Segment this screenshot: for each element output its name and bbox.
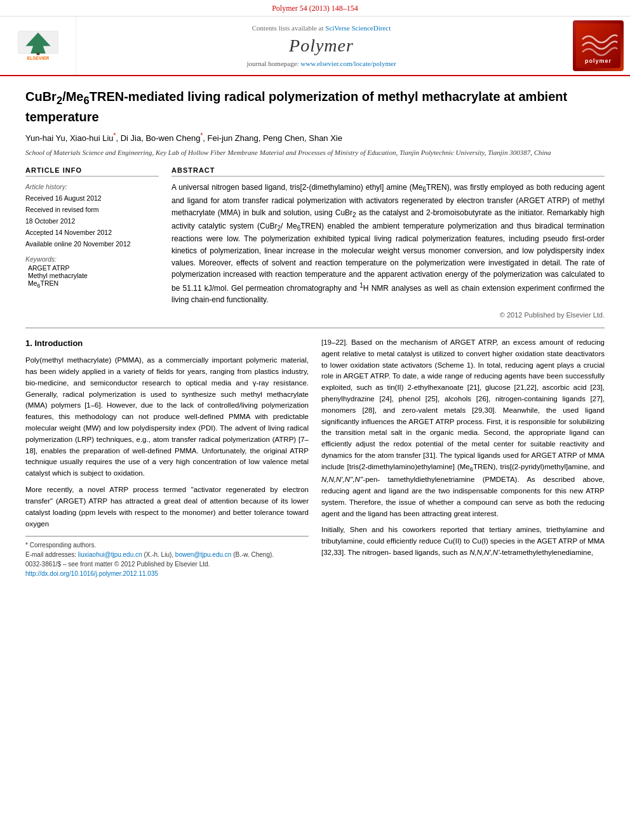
keywords-section: Keywords: ARGET ATRP Methyl methacrylate… [25, 255, 159, 289]
article-info-abstract: ARTICLE INFO Article history: Received 1… [25, 166, 605, 319]
article-info-col: ARTICLE INFO Article history: Received 1… [25, 166, 159, 319]
svg-text:polymer: polymer [585, 58, 612, 64]
footnote-section: * Corresponding authors. E-mail addresse… [25, 536, 309, 578]
email2-person: (B.-w. Cheng). [233, 551, 274, 558]
introduction-title: 1. Introduction [25, 337, 309, 350]
accepted-row: Accepted 14 November 2012 [25, 227, 159, 237]
abstract-header: ABSTRACT [171, 166, 605, 177]
footnote-doi: http://dx.doi.org/10.1016/j.polymer.2012… [25, 569, 309, 578]
article-title: CuBr2/Me6TREN-mediated living radical po… [25, 88, 605, 126]
accepted-date: Accepted 14 November 2012 [25, 229, 112, 236]
intro-para-4: Initially, Shen and his coworkers report… [321, 524, 605, 558]
abstract-col: ABSTRACT A universal nitrogen based liga… [171, 166, 605, 319]
polymer-logo-box: polymer [573, 20, 624, 71]
received-date: Received 16 August 2012 [25, 194, 102, 202]
issn-text: 0032-3861/$ – see front matter © 2012 Pu… [25, 561, 210, 568]
svg-rect-3 [36, 52, 39, 55]
email2-link[interactable]: bowen@tjpu.edu.cn [175, 551, 232, 558]
intro-para-3: [19–22]. Based on the mechanism of ARGET… [321, 337, 605, 519]
footnote-issn: 0032-3861/$ – see front matter © 2012 Pu… [25, 559, 309, 569]
journal-title-area: Contents lists available at SciVerse Sci… [76, 17, 566, 75]
keyword-3: Me6TREN [28, 279, 159, 289]
svg-text:ELSEVIER: ELSEVIER [27, 55, 49, 60]
corresponding-label: * Corresponding authors. [25, 542, 96, 549]
affiliation: School of Materials Science and Engineer… [25, 147, 605, 158]
revised-row: Received in revised form [25, 204, 159, 215]
article-info-header: ARTICLE INFO [25, 166, 159, 177]
revised-label: Received in revised form [25, 206, 99, 213]
body-col-left: 1. Introduction Poly(methyl methacrylate… [25, 337, 309, 578]
revised-date: 18 October 2012 [25, 217, 75, 225]
online-row: Available online 20 November 2012 [25, 239, 159, 249]
received-row: Received 16 August 2012 [25, 193, 159, 203]
top-bar: Polymer 54 (2013) 148–154 [0, 0, 630, 17]
history-label-row: Article history: [25, 182, 159, 192]
intro-para-1: Poly(methyl methacrylate) (PMMA), as a c… [25, 355, 309, 479]
email1-person: (X.-h. Liu), [144, 551, 173, 558]
polymer-logo-area: polymer [566, 17, 630, 75]
footnote-corresponding: * Corresponding authors. [25, 540, 309, 550]
article-content: CuBr2/Me6TREN-mediated living radical po… [0, 76, 630, 591]
journal-header: ELSEVIER Contents lists available at Sci… [0, 17, 630, 76]
authors: Yun-hai Yu, Xiao-hui Liu*, Di Jia, Bo-we… [25, 132, 605, 143]
publisher-logo-area: ELSEVIER [0, 17, 76, 75]
article-history: Article history: Received 16 August 2012… [25, 182, 159, 249]
keyword-1: ARGET ATRP [28, 264, 159, 272]
sciverse-prefix: Contents lists available at [252, 24, 324, 32]
section-divider [25, 328, 605, 328]
sciverse-link[interactable]: SciVerse ScienceDirect [325, 24, 391, 32]
keyword-2: Methyl methacrylate [28, 272, 159, 279]
body-col-right: [19–22]. Based on the mechanism of ARGET… [321, 337, 605, 578]
page-wrapper: Polymer 54 (2013) 148–154 ELSEVIER Conte… [0, 0, 630, 591]
sciverse-info: Contents lists available at SciVerse Sci… [252, 24, 391, 32]
footnote-emails: E-mail addresses: liuxiaohui@tjpu.edu.cn… [25, 550, 309, 559]
abstract-text: A universal nitrogen based ligand, tris[… [171, 182, 605, 306]
homepage-prefix: journal homepage: [246, 60, 300, 67]
journal-citation: Polymer 54 (2013) 148–154 [272, 4, 358, 13]
doi-link[interactable]: http://dx.doi.org/10.1016/j.polymer.2012… [25, 570, 158, 577]
journal-name: Polymer [289, 36, 354, 56]
elsevier-logo: ELSEVIER [10, 29, 67, 63]
keywords-label: Keywords: [25, 255, 159, 263]
email1-link[interactable]: liuxiaohui@tjpu.edu.cn [78, 551, 142, 558]
homepage-link[interactable]: www.elsevier.com/locate/polymer [300, 60, 396, 67]
journal-homepage: journal homepage: www.elsevier.com/locat… [246, 60, 396, 67]
email-label: E-mail addresses: [25, 551, 76, 558]
history-label: Article history: [25, 183, 67, 190]
copyright-text: © 2012 Published by Elsevier Ltd. [171, 311, 605, 319]
polymer-logo-icon: polymer [576, 23, 620, 68]
revised-date-row: 18 October 2012 [25, 216, 159, 226]
online-date: Available online 20 November 2012 [25, 240, 131, 248]
intro-para-2: More recently, a novel ATRP process term… [25, 484, 309, 530]
body-content: 1. Introduction Poly(methyl methacrylate… [25, 337, 605, 578]
